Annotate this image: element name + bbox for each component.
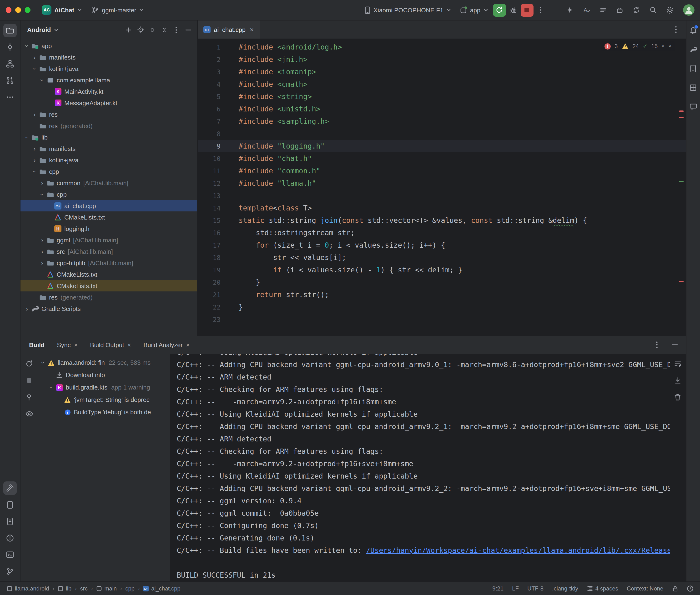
chevron-icon[interactable]: › bbox=[39, 77, 45, 84]
close-window-button[interactable] bbox=[6, 7, 11, 13]
build-tab-build-output[interactable]: Build Output× bbox=[90, 341, 131, 348]
project-selector[interactable]: AC AiChat bbox=[38, 3, 86, 17]
error-stripe-mark[interactable] bbox=[679, 117, 683, 118]
gradle-tool-button[interactable] bbox=[687, 43, 700, 56]
locate-file-button[interactable] bbox=[135, 25, 146, 35]
chevron-icon[interactable]: › bbox=[38, 180, 46, 186]
build-tab-build[interactable]: Build bbox=[29, 341, 45, 348]
user-avatar[interactable] bbox=[683, 4, 694, 16]
close-icon[interactable]: × bbox=[250, 26, 254, 33]
tree-item-gradle-scripts[interactable]: ›Gradle Scripts bbox=[21, 303, 197, 314]
panel-options-button[interactable] bbox=[171, 25, 181, 35]
search-everywhere-button[interactable] bbox=[647, 4, 660, 17]
code-line-2[interactable]: 2#include <jni.h> bbox=[198, 53, 686, 66]
build-tree-item-jvmtarget-string-is-deprec[interactable]: 'jvmTarget: String' is deprec bbox=[38, 394, 170, 406]
tree-item-kotlin-java[interactable]: ›kotlin+java bbox=[21, 154, 197, 166]
close-icon[interactable]: × bbox=[74, 341, 78, 348]
chevron-icon[interactable]: › bbox=[31, 111, 38, 117]
close-icon[interactable]: × bbox=[186, 341, 190, 348]
chevron-icon[interactable]: › bbox=[31, 168, 38, 175]
project-view-selector[interactable]: Android bbox=[27, 26, 59, 33]
expand-all-button[interactable] bbox=[147, 25, 158, 35]
task-list-button[interactable] bbox=[597, 4, 610, 17]
code-line-7[interactable]: 7#include <sampling.h> bbox=[198, 115, 686, 128]
clear-console-button[interactable] bbox=[672, 392, 683, 402]
structure-tool-button[interactable] bbox=[3, 57, 17, 70]
code-line-17[interactable]: 17 for (size_t i = 0; i < values.size();… bbox=[198, 239, 686, 251]
tree-item-lib[interactable]: ›lib bbox=[21, 132, 197, 143]
code-line-22[interactable]: 22} bbox=[198, 301, 686, 313]
plugin-button[interactable] bbox=[613, 4, 626, 17]
tree-item-app[interactable]: ›app bbox=[21, 40, 197, 51]
chevron-icon[interactable]: › bbox=[38, 237, 46, 243]
close-icon[interactable]: × bbox=[128, 341, 131, 348]
tree-item-res[interactable]: res(generated) bbox=[21, 291, 197, 303]
scroll-to-end-button[interactable] bbox=[672, 375, 683, 386]
tree-item-cmakelists-txt[interactable]: CMakeLists.txt bbox=[21, 280, 197, 291]
code-line-5[interactable]: 5#include <string> bbox=[198, 90, 686, 103]
device-manager-button[interactable] bbox=[687, 62, 700, 75]
line-separator[interactable]: LF bbox=[512, 585, 519, 592]
tree-item-common[interactable]: ›common[AiChat.lib.main] bbox=[21, 177, 197, 189]
code-line-18[interactable]: 18 str << values[i]; bbox=[198, 251, 686, 264]
tree-item-manifests[interactable]: ›manifests bbox=[21, 51, 197, 63]
tree-item-ggml[interactable]: ›ggml[AiChat.lib.main] bbox=[21, 234, 197, 246]
code-line-11[interactable]: 11#include "common.h" bbox=[198, 165, 686, 177]
indent-config[interactable]: 4 spaces bbox=[587, 585, 618, 592]
code-line-14[interactable]: 14template<class T> bbox=[198, 202, 686, 214]
ai-assistant-button[interactable] bbox=[563, 4, 576, 17]
breadcrumb-cpp[interactable]: cpp bbox=[125, 585, 135, 592]
run-button[interactable] bbox=[493, 4, 506, 17]
layout-inspector-button[interactable] bbox=[687, 81, 700, 94]
breadcrumb-lib[interactable]: lib bbox=[58, 585, 72, 592]
build-tree-item-llama-android-fin[interactable]: ›llama.android: fin22 sec, 583 ms bbox=[38, 357, 170, 369]
chevron-icon[interactable]: › bbox=[48, 384, 54, 391]
code-line-13[interactable]: 13 bbox=[198, 190, 686, 202]
previous-issue-button[interactable]: ˄ bbox=[662, 43, 665, 49]
tree-item-res[interactable]: res(generated) bbox=[21, 120, 197, 132]
soft-wrap-button[interactable] bbox=[672, 358, 683, 369]
project-tool-button[interactable] bbox=[3, 24, 17, 37]
editor-tab-ai-chat-cpp[interactable]: C+ ai_chat.cpp × bbox=[198, 21, 259, 38]
chevron-icon[interactable]: › bbox=[39, 191, 45, 198]
tree-item-cpp-httplib[interactable]: ›cpp-httplib[AiChat.lib.main] bbox=[21, 257, 197, 268]
stop-button[interactable] bbox=[521, 4, 533, 17]
hide-build-button[interactable] bbox=[670, 340, 680, 350]
pin-button[interactable] bbox=[24, 392, 34, 402]
chevron-icon[interactable]: › bbox=[38, 260, 46, 266]
chevron-icon[interactable]: › bbox=[31, 54, 38, 60]
logcat-button[interactable] bbox=[3, 514, 17, 528]
tree-item-cpp[interactable]: ›cpp bbox=[21, 166, 197, 177]
chevron-icon[interactable]: › bbox=[23, 306, 30, 312]
tree-item-src[interactable]: ›src[AiChat.lib.main] bbox=[21, 246, 197, 257]
editor-options-button[interactable] bbox=[670, 24, 681, 35]
next-issue-button[interactable]: ˅ bbox=[668, 43, 671, 49]
chevron-icon[interactable]: › bbox=[31, 145, 38, 152]
breadcrumb-llama-android[interactable]: llama.android bbox=[7, 585, 49, 592]
build-console[interactable]: C/C++: -- Using KleidiAI optimized kerne… bbox=[170, 353, 670, 581]
lock-button[interactable] bbox=[672, 585, 678, 592]
settings-button[interactable] bbox=[663, 4, 676, 17]
build-tool-button[interactable] bbox=[3, 481, 17, 494]
add-button[interactable] bbox=[123, 25, 134, 35]
build-output-path-link[interactable]: /Users/hanyin/Workspace/ai-chat/examples… bbox=[366, 546, 670, 555]
minimize-window-button[interactable] bbox=[15, 7, 21, 13]
code-line-20[interactable]: 20 } bbox=[198, 276, 686, 289]
error-stripe-mark[interactable] bbox=[679, 281, 683, 282]
code-line-23[interactable]: 23 bbox=[198, 313, 686, 326]
build-tree-item-build-gradle-kts[interactable]: ›Kbuild.gradle.ktsapp 1 warning bbox=[38, 381, 170, 394]
code-inspection-button[interactable]: A bbox=[580, 4, 593, 17]
sync-project-button[interactable] bbox=[630, 4, 643, 17]
error-stripe-mark[interactable] bbox=[679, 111, 683, 112]
build-options-button[interactable] bbox=[651, 340, 662, 350]
code-line-15[interactable]: 15static std::string join(const std::vec… bbox=[198, 214, 686, 227]
caret-position[interactable]: 9:21 bbox=[492, 585, 504, 592]
rerun-build-button[interactable] bbox=[24, 358, 34, 369]
tree-item-com-example-llama[interactable]: ›com.example.llama bbox=[21, 74, 197, 86]
more-tools-button[interactable] bbox=[3, 90, 17, 104]
tree-item-res[interactable]: ›res bbox=[21, 109, 197, 120]
editor[interactable]: 1#include <android/log.h>2#include <jni.… bbox=[198, 39, 686, 336]
code-line-10[interactable]: 10#include "chat.h" bbox=[198, 152, 686, 165]
code-line-9[interactable]: 9#include "logging.h" bbox=[198, 140, 686, 152]
vcs-branch-selector[interactable]: ggml-master bbox=[88, 4, 148, 16]
